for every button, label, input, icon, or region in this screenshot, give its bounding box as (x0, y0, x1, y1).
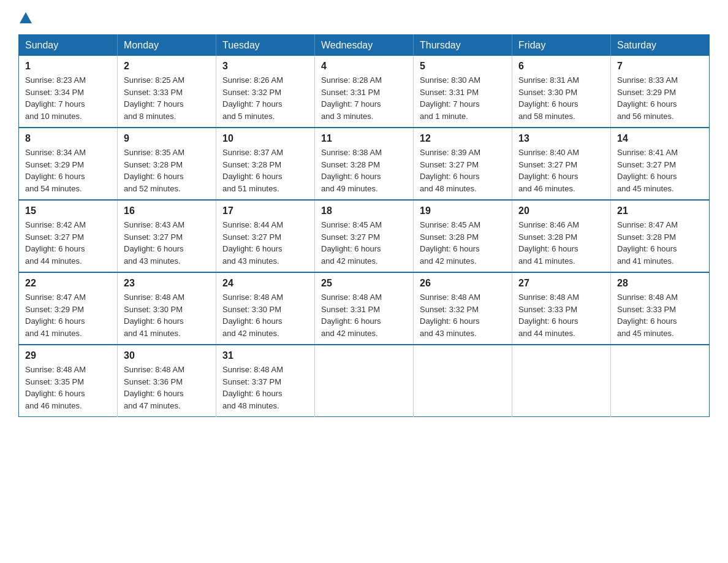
day-cell-25: 25 Sunrise: 8:48 AM Sunset: 3:31 PM Dayl… (315, 272, 414, 345)
day-cell-3: 3 Sunrise: 8:26 AM Sunset: 3:32 PM Dayli… (216, 56, 315, 128)
day-cell-21: 21 Sunrise: 8:47 AM Sunset: 3:28 PM Dayl… (611, 200, 710, 272)
logo (18, 12, 33, 23)
day-info: Sunrise: 8:48 AM Sunset: 3:32 PM Dayligh… (420, 291, 506, 339)
day-cell-2: 2 Sunrise: 8:25 AM Sunset: 3:33 PM Dayli… (118, 56, 216, 128)
daylight2: and 56 minutes. (617, 112, 674, 121)
day-number: 26 (420, 278, 506, 289)
day-cell-31: 31 Sunrise: 8:48 AM Sunset: 3:37 PM Dayl… (216, 345, 315, 417)
sunset: Sunset: 3:28 PM (518, 232, 577, 242)
sunset: Sunset: 3:27 PM (124, 232, 183, 242)
day-number: 13 (518, 133, 604, 144)
header-day-friday: Friday (512, 35, 611, 56)
day-cell-12: 12 Sunrise: 8:39 AM Sunset: 3:27 PM Dayl… (414, 128, 512, 200)
daylight2: and 43 minutes. (124, 256, 181, 266)
sunrise: Sunrise: 8:39 AM (420, 148, 480, 157)
week-row-5: 29 Sunrise: 8:48 AM Sunset: 3:35 PM Dayl… (19, 345, 710, 417)
daylight: Daylight: 6 hours (222, 244, 282, 253)
day-info: Sunrise: 8:31 AM Sunset: 3:30 PM Dayligh… (518, 74, 604, 122)
sunrise: Sunrise: 8:25 AM (124, 75, 184, 85)
day-info: Sunrise: 8:26 AM Sunset: 3:32 PM Dayligh… (222, 74, 308, 122)
daylight: Daylight: 6 hours (124, 389, 184, 398)
daylight2: and 42 minutes. (420, 256, 477, 266)
week-row-3: 15 Sunrise: 8:42 AM Sunset: 3:27 PM Dayl… (19, 200, 710, 272)
header-day-monday: Monday (118, 35, 216, 56)
day-cell-28: 28 Sunrise: 8:48 AM Sunset: 3:33 PM Dayl… (611, 272, 710, 345)
empty-cell (512, 345, 611, 417)
sunrise: Sunrise: 8:34 AM (25, 148, 86, 157)
day-info: Sunrise: 8:38 AM Sunset: 3:28 PM Dayligh… (321, 147, 407, 194)
sunrise: Sunrise: 8:43 AM (124, 220, 184, 229)
sunrise: Sunrise: 8:48 AM (222, 293, 283, 302)
header-day-wednesday: Wednesday (315, 35, 414, 56)
day-info: Sunrise: 8:48 AM Sunset: 3:37 PM Dayligh… (222, 364, 308, 412)
day-info: Sunrise: 8:39 AM Sunset: 3:27 PM Dayligh… (420, 147, 506, 194)
sunrise: Sunrise: 8:48 AM (518, 293, 579, 302)
day-number: 5 (420, 61, 506, 72)
day-number: 27 (518, 278, 604, 289)
daylight2: and 42 minutes. (321, 329, 378, 338)
daylight2: and 41 minutes. (124, 329, 181, 338)
daylight: Daylight: 6 hours (420, 172, 480, 181)
daylight2: and 52 minutes. (124, 184, 181, 193)
day-info: Sunrise: 8:34 AM Sunset: 3:29 PM Dayligh… (25, 147, 111, 194)
empty-cell (315, 345, 414, 417)
day-info: Sunrise: 8:46 AM Sunset: 3:28 PM Dayligh… (518, 219, 604, 267)
daylight: Daylight: 6 hours (222, 172, 282, 181)
sunrise: Sunrise: 8:48 AM (124, 293, 184, 302)
daylight: Daylight: 6 hours (222, 389, 282, 398)
day-number: 17 (222, 205, 308, 216)
day-info: Sunrise: 8:45 AM Sunset: 3:27 PM Dayligh… (321, 219, 407, 267)
sunset: Sunset: 3:32 PM (222, 88, 281, 97)
sunset: Sunset: 3:27 PM (321, 232, 380, 242)
header-row: SundayMondayTuesdayWednesdayThursdayFrid… (19, 35, 710, 56)
sunrise: Sunrise: 8:26 AM (222, 75, 283, 85)
day-number: 18 (321, 205, 407, 216)
sunset: Sunset: 3:27 PM (25, 232, 84, 242)
sunset: Sunset: 3:35 PM (25, 377, 84, 386)
sunset: Sunset: 3:31 PM (321, 305, 380, 314)
sunset: Sunset: 3:28 PM (321, 160, 380, 169)
day-info: Sunrise: 8:25 AM Sunset: 3:33 PM Dayligh… (124, 74, 210, 122)
daylight2: and 45 minutes. (617, 184, 674, 193)
sunset: Sunset: 3:30 PM (222, 305, 281, 314)
day-cell-26: 26 Sunrise: 8:48 AM Sunset: 3:32 PM Dayl… (414, 272, 512, 345)
sunrise: Sunrise: 8:48 AM (25, 365, 86, 374)
page-header (18, 12, 710, 23)
daylight: Daylight: 6 hours (617, 172, 677, 181)
day-number: 24 (222, 278, 308, 289)
day-number: 19 (420, 205, 506, 216)
day-info: Sunrise: 8:48 AM Sunset: 3:31 PM Dayligh… (321, 291, 407, 339)
day-cell-27: 27 Sunrise: 8:48 AM Sunset: 3:33 PM Dayl… (512, 272, 611, 345)
sunrise: Sunrise: 8:33 AM (617, 75, 678, 85)
daylight: Daylight: 6 hours (617, 316, 677, 326)
day-cell-24: 24 Sunrise: 8:48 AM Sunset: 3:30 PM Dayl… (216, 272, 315, 345)
daylight: Daylight: 6 hours (321, 172, 381, 181)
daylight2: and 41 minutes. (518, 256, 575, 266)
day-info: Sunrise: 8:48 AM Sunset: 3:36 PM Dayligh… (124, 364, 210, 412)
day-number: 7 (617, 61, 703, 72)
daylight: Daylight: 6 hours (124, 172, 184, 181)
daylight2: and 58 minutes. (518, 112, 575, 121)
daylight: Daylight: 7 hours (25, 99, 85, 109)
day-info: Sunrise: 8:48 AM Sunset: 3:33 PM Dayligh… (617, 291, 703, 339)
day-cell-7: 7 Sunrise: 8:33 AM Sunset: 3:29 PM Dayli… (611, 56, 710, 128)
day-info: Sunrise: 8:45 AM Sunset: 3:28 PM Dayligh… (420, 219, 506, 267)
sunrise: Sunrise: 8:41 AM (617, 148, 678, 157)
sunrise: Sunrise: 8:48 AM (321, 293, 382, 302)
day-info: Sunrise: 8:47 AM Sunset: 3:28 PM Dayligh… (617, 219, 703, 267)
sunrise: Sunrise: 8:31 AM (518, 75, 579, 85)
day-number: 25 (321, 278, 407, 289)
day-cell-18: 18 Sunrise: 8:45 AM Sunset: 3:27 PM Dayl… (315, 200, 414, 272)
day-number: 15 (25, 205, 111, 216)
daylight: Daylight: 6 hours (518, 244, 578, 253)
daylight: Daylight: 7 hours (222, 99, 282, 109)
day-info: Sunrise: 8:43 AM Sunset: 3:27 PM Dayligh… (124, 219, 210, 267)
day-number: 10 (222, 133, 308, 144)
empty-cell (414, 345, 512, 417)
daylight2: and 54 minutes. (25, 184, 82, 193)
day-number: 9 (124, 133, 210, 144)
daylight2: and 46 minutes. (518, 184, 575, 193)
daylight: Daylight: 6 hours (617, 99, 677, 109)
day-info: Sunrise: 8:35 AM Sunset: 3:28 PM Dayligh… (124, 147, 210, 194)
sunrise: Sunrise: 8:48 AM (124, 365, 184, 374)
